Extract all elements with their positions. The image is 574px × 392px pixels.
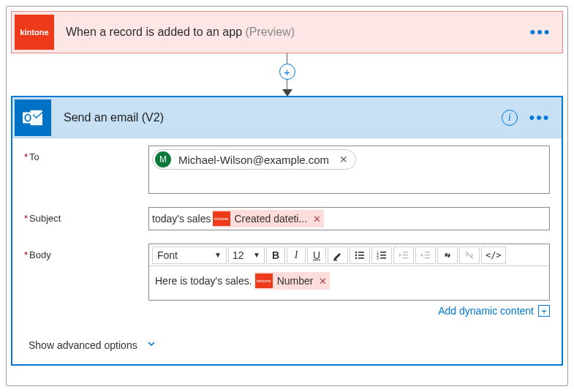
required-mark: *	[24, 151, 28, 162]
dynamic-token-created-datetime[interactable]: kintone Created dateti... ✕	[213, 210, 325, 227]
body-editor: Font▼ 12▼ B	[148, 244, 550, 301]
svg-point-8	[355, 257, 358, 259]
font-size-select[interactable]: 12▼	[229, 247, 264, 263]
svg-rect-15	[380, 257, 386, 259]
add-dynamic-content-link[interactable]: Add dynamic content	[438, 305, 534, 317]
svg-rect-3	[333, 260, 337, 261]
required-mark: *	[24, 213, 28, 224]
recipient-email: Michael-Wilson@example.com	[178, 154, 329, 166]
subject-text: today's sales	[152, 213, 211, 225]
trigger-menu-icon[interactable]: •••	[529, 20, 552, 44]
avatar: M	[155, 151, 171, 167]
trigger-card[interactable]: kintone When a record is added to an app…	[11, 11, 563, 53]
numbered-list-button[interactable]: 123	[372, 247, 391, 263]
required-mark: *	[24, 249, 28, 260]
action-title: Send an email (V2)	[64, 111, 502, 124]
svg-point-6	[355, 254, 358, 256]
subject-label: *Subject	[24, 207, 148, 224]
body-content[interactable]: Here is today's sales. kintone Number ✕	[149, 266, 549, 300]
svg-point-4	[355, 251, 358, 253]
remove-token-icon[interactable]: ✕	[313, 214, 321, 225]
connector: +	[11, 53, 563, 96]
italic-button[interactable]: I	[287, 247, 305, 263]
unlink-button[interactable]	[460, 247, 479, 263]
body-text: Here is today's sales.	[155, 275, 252, 287]
kintone-logo-icon: kintone	[15, 15, 54, 50]
svg-rect-19	[425, 252, 430, 252]
svg-rect-16	[403, 252, 408, 252]
underline-button[interactable]: U	[308, 247, 325, 263]
token-label: Number	[277, 275, 314, 287]
svg-text:3: 3	[377, 256, 379, 260]
dynamic-token-number[interactable]: kintone Number ✕	[255, 272, 331, 290]
svg-rect-18	[403, 257, 408, 258]
action-header[interactable]: Send an email (V2) i •••	[12, 97, 562, 138]
svg-rect-20	[425, 255, 430, 255]
body-label: *Body	[24, 244, 148, 260]
svg-rect-13	[380, 255, 386, 256]
svg-rect-11	[380, 252, 386, 253]
rte-toolbar: Font▼ 12▼ B	[149, 244, 549, 266]
field-row-subject: *Subject today's sales kintone Created d…	[24, 207, 550, 230]
svg-rect-5	[358, 252, 364, 253]
info-icon[interactable]: i	[502, 110, 518, 126]
bullet-list-button[interactable]	[350, 247, 369, 263]
token-label: Created dateti...	[235, 213, 308, 225]
highlight-button[interactable]	[328, 247, 347, 263]
trigger-preview-suffix: (Preview)	[246, 26, 295, 38]
add-step-button[interactable]: +	[279, 64, 295, 80]
svg-rect-21	[425, 257, 430, 258]
kintone-token-icon: kintone	[255, 274, 273, 288]
svg-rect-7	[358, 255, 364, 256]
link-button[interactable]	[438, 247, 457, 263]
outlook-logo-icon	[15, 99, 51, 136]
remove-recipient-icon[interactable]: ✕	[339, 154, 348, 165]
trigger-name: When a record is added to an app	[66, 26, 242, 38]
svg-rect-9	[358, 257, 364, 259]
svg-rect-17	[403, 255, 408, 255]
add-dynamic-content-icon[interactable]: +	[538, 305, 550, 317]
kintone-token-icon: kintone	[213, 211, 230, 226]
action-menu-icon[interactable]: •••	[528, 106, 551, 129]
show-advanced-options-toggle[interactable]: Show advanced options	[29, 339, 156, 351]
trigger-title: When a record is added to an app (Previe…	[66, 26, 529, 39]
bold-button[interactable]: B	[267, 247, 284, 263]
font-family-select[interactable]: Font▼	[153, 247, 226, 263]
arrow-down-icon	[282, 89, 292, 97]
chevron-down-icon	[146, 339, 156, 351]
field-row-to: *To M Michael-Wilson@example.com ✕	[24, 146, 550, 194]
code-view-button[interactable]: </>	[482, 247, 505, 263]
to-label: *To	[24, 146, 148, 162]
indent-button[interactable]	[416, 247, 435, 263]
action-card: Send an email (V2) i ••• *To M Michael-W…	[11, 96, 563, 366]
outdent-button[interactable]	[394, 247, 413, 263]
subject-input[interactable]: today's sales kintone Created dateti... …	[148, 207, 550, 230]
to-input[interactable]: M Michael-Wilson@example.com ✕	[148, 146, 550, 194]
field-row-body: *Body Font▼ 12▼	[24, 244, 550, 317]
recipient-chip[interactable]: M Michael-Wilson@example.com ✕	[152, 149, 356, 170]
remove-token-icon[interactable]: ✕	[319, 276, 327, 287]
